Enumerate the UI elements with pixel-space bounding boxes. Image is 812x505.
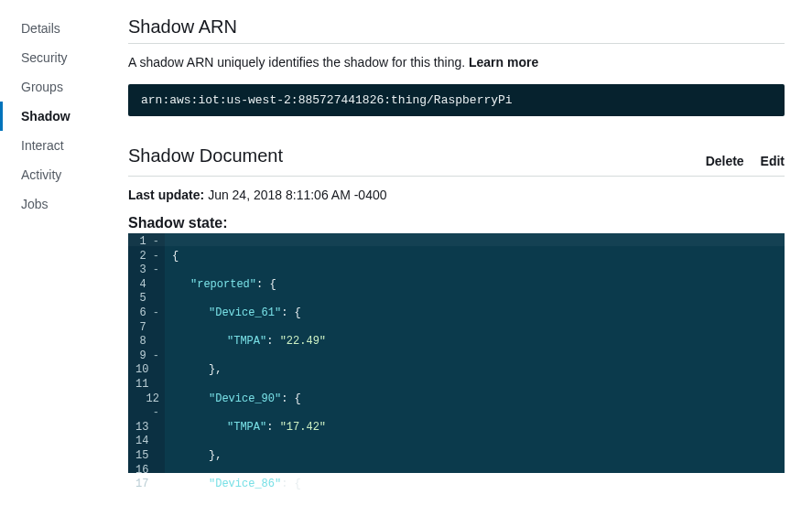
sidebar-item-security[interactable]: Security [0,43,110,72]
sidebar-item-details[interactable]: Details [0,14,110,43]
sidebar: Details Security Groups Shadow Interact … [0,0,110,505]
delete-button[interactable]: Delete [706,154,744,168]
sidebar-item-label: Jobs [21,197,49,211]
sidebar-item-interact[interactable]: Interact [0,131,110,160]
sidebar-item-label: Shadow [21,109,70,124]
shadow-arn-title: Shadow ARN [128,16,785,38]
divider [128,176,785,177]
page-root: Details Security Groups Shadow Interact … [0,0,812,505]
last-update: Last update: Jun 24, 2018 8:11:06 AM -04… [128,188,785,202]
shadow-document-actions: Delete Edit [693,154,785,172]
sidebar-item-label: Interact [21,138,64,153]
edit-button[interactable]: Edit [761,154,785,168]
code-body: { "reported": { "Device_61": { "TMPA": "… [165,233,340,473]
shadow-document-header: Shadow Document Delete Edit [128,138,785,172]
sidebar-item-groups[interactable]: Groups [0,72,110,102]
sidebar-item-activity[interactable]: Activity [0,160,110,189]
sidebar-item-label: Groups [21,80,63,94]
main-content: Shadow ARN A shadow ARN uniquely identif… [110,0,812,505]
sidebar-item-label: Details [21,21,60,36]
shadow-document-title: Shadow Document [128,145,283,167]
last-update-value: Jun 24, 2018 8:11:06 AM -0400 [208,188,386,202]
sidebar-item-label: Activity [21,167,61,182]
sidebar-item-label: Security [21,50,68,65]
code-editor[interactable]: 1 - 2 - 3 - 4 5 6 - 7 8 9 - 10 11 12 - 1… [128,233,785,473]
shadow-arn-desc: A shadow ARN uniquely identifies the sha… [128,55,785,70]
sidebar-item-jobs[interactable]: Jobs [0,189,110,219]
shadow-state-label: Shadow state: [128,215,785,231]
learn-more-link[interactable]: Learn more [469,55,538,70]
divider [128,43,785,44]
code-gutter: 1 - 2 - 3 - 4 5 6 - 7 8 9 - 10 11 12 - 1… [128,233,165,473]
last-update-label: Last update: [128,188,204,202]
arn-value-box[interactable]: arn:aws:iot:us-west-2:885727441826:thing… [128,84,785,116]
sidebar-item-shadow[interactable]: Shadow [0,102,110,131]
shadow-arn-desc-text: A shadow ARN uniquely identifies the sha… [128,55,465,70]
